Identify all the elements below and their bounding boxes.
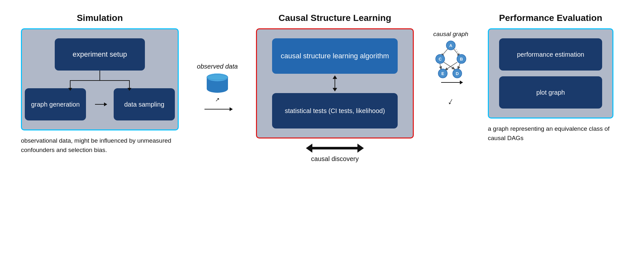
observed-data-section: observed data ↗: [180, 13, 254, 109]
arrow-line-right: [441, 82, 460, 83]
fork-horiz-line: [70, 80, 130, 81]
statistical-tests-label: statistical tests (CI tests, likelihood): [285, 107, 385, 115]
fork-arrows: [32, 71, 168, 88]
data-to-causal-arrow: [204, 109, 230, 109]
d-arrow-line: [312, 147, 357, 149]
d-arrow-right: [357, 144, 364, 153]
data-sampling-label: data sampling: [124, 101, 165, 108]
performance-section: Performance Evaluation performance estim…: [486, 13, 615, 143]
graph-generation-label: graph generation: [31, 101, 80, 108]
svg-text:E: E: [441, 71, 444, 76]
arrow-head: [230, 107, 233, 111]
simulation-caption: observational data, might be influenced …: [21, 136, 179, 155]
fork-arrow-right: [129, 80, 130, 88]
causal-discovery-section: causal discovery: [306, 144, 364, 163]
causal-section: Causal Structure Learning causal structu…: [254, 13, 415, 163]
causal-graph-label: causal graph: [433, 31, 469, 38]
middle-section: causal graph: [415, 13, 486, 107]
causal-algo-box: causal structure learning algorithm: [272, 38, 398, 74]
performance-box: performance estimation plot graph: [488, 28, 613, 119]
dag-graph: A B C D E: [431, 40, 470, 79]
causal-algo-label: causal structure learning algorithm: [281, 52, 389, 60]
double-arrow-vert: [333, 74, 337, 93]
double-arrow-horiz: [306, 144, 364, 153]
database-icon: [206, 73, 229, 94]
svg-text:C: C: [439, 57, 442, 62]
plot-graph-box: plot graph: [499, 76, 602, 109]
svg-text:B: B: [460, 57, 463, 62]
simulation-title: Simulation: [77, 13, 123, 23]
svg-point-2: [207, 85, 228, 93]
simulation-section: Simulation experiment setup graph genera…: [19, 13, 180, 155]
bottom-row: graph generation data sampling: [25, 88, 175, 120]
causal-box: causal structure learning algorithm stat…: [256, 28, 414, 138]
data-sampling-box: data sampling: [114, 88, 175, 120]
arrow-down-head: [333, 88, 337, 91]
causal-discovery-caption: causal discovery: [311, 155, 359, 163]
arrow-vert-line: [335, 79, 335, 88]
performance-estimation-box: performance estimation: [499, 38, 602, 71]
to-perf-arrow: [441, 82, 460, 83]
fork-center-line: [99, 71, 100, 80]
arrow-line: [204, 109, 230, 109]
simulation-box: experiment setup graph generation data s…: [21, 28, 179, 130]
plot-graph-label: plot graph: [536, 89, 565, 96]
experiment-setup-label: experiment setup: [73, 50, 127, 59]
arrow-up-head: [333, 75, 337, 79]
svg-text:D: D: [456, 71, 459, 76]
diag-arrow-down: ↓: [446, 95, 456, 107]
experiment-setup-box: experiment setup: [55, 38, 145, 71]
svg-line-10: [445, 62, 457, 70]
graph-to-data-arrow: [95, 104, 105, 105]
fork-arrow-left: [70, 80, 71, 88]
causal-title: Causal Structure Learning: [279, 13, 391, 23]
svg-point-4: [207, 74, 228, 80]
diagram-wrapper: Simulation experiment setup graph genera…: [0, 0, 644, 276]
arrow-head-right: [460, 81, 463, 84]
performance-caption: a graph representing an equivalence clas…: [488, 124, 613, 143]
svg-line-8: [444, 62, 455, 69]
db-arrow-indicator: ↗: [215, 96, 220, 103]
graph-generation-box: graph generation: [25, 88, 86, 120]
statistical-tests-box: statistical tests (CI tests, likelihood): [272, 93, 398, 128]
observed-data-label: observed data: [197, 63, 238, 70]
performance-title: Performance Evaluation: [499, 13, 602, 23]
d-arrow-left: [306, 144, 312, 153]
performance-estimation-label: performance estimation: [517, 51, 584, 58]
svg-text:A: A: [449, 43, 452, 48]
